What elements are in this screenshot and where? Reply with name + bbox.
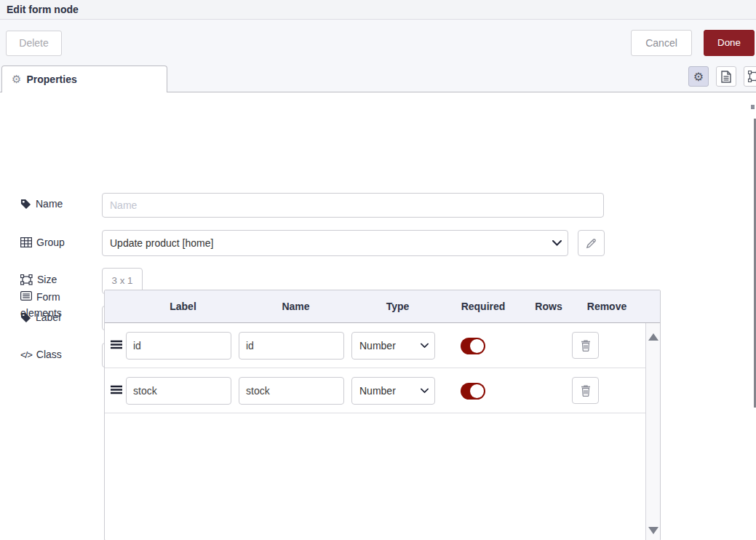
list-alt-icon bbox=[20, 291, 36, 301]
pencil-icon bbox=[586, 238, 597, 249]
remove-element-button[interactable] bbox=[572, 377, 599, 404]
drag-handle-icon[interactable] bbox=[111, 340, 122, 349]
element-type-select[interactable]: Number bbox=[351, 377, 435, 405]
group-field-label: Group bbox=[20, 237, 65, 248]
delete-button[interactable]: Delete bbox=[6, 31, 62, 56]
table-scrollbar[interactable] bbox=[645, 323, 660, 540]
dialog-title: Edit form node bbox=[0, 0, 756, 20]
scroll-up-icon[interactable] bbox=[648, 333, 658, 341]
properties-panel: Name Group Update product [home] Size 3 … bbox=[0, 92, 756, 540]
tab-bar: ⚙Properties ⚙ bbox=[0, 65, 756, 92]
appearance-icon bbox=[748, 71, 756, 82]
element-name-input[interactable] bbox=[239, 377, 344, 405]
done-button[interactable]: Done bbox=[704, 30, 755, 56]
scroll-down-icon[interactable] bbox=[648, 527, 658, 534]
column-header-required: Required bbox=[443, 301, 523, 312]
element-label-input[interactable] bbox=[126, 332, 231, 360]
properties-tab-icon-button[interactable]: ⚙ bbox=[688, 66, 709, 87]
form-elements-table: Label Name Type Required Rows Remove Num… bbox=[104, 290, 661, 540]
element-type-select[interactable]: Number bbox=[351, 332, 435, 360]
form-elements-table-body: Number Number bbox=[105, 323, 645, 540]
drag-handle-icon[interactable] bbox=[111, 385, 122, 394]
dialog-header: Edit form node Delete Cancel Done ⚙Prope… bbox=[0, 0, 756, 92]
form-elements-table-header: Label Name Type Required Rows Remove bbox=[105, 290, 660, 323]
form-elements-field-label: Form elements bbox=[20, 289, 96, 321]
appearance-tab-icon-button[interactable] bbox=[744, 66, 756, 87]
dialog-scrollbar-arrow[interactable] bbox=[751, 105, 755, 109]
gear-icon: ⚙ bbox=[12, 73, 21, 85]
name-field-label: Name bbox=[20, 198, 63, 210]
required-toggle[interactable] bbox=[461, 338, 485, 354]
column-header-name: Name bbox=[239, 301, 352, 312]
dialog-toolbar: Delete Cancel Done bbox=[0, 20, 756, 65]
table-row: Number bbox=[105, 323, 645, 368]
edit-group-button[interactable] bbox=[578, 230, 605, 256]
class-field-label: </> Class bbox=[20, 349, 62, 360]
column-header-label: Label bbox=[127, 301, 239, 312]
remove-element-button[interactable] bbox=[572, 332, 599, 359]
edit-form-node-dialog: Edit form node Delete Cancel Done ⚙Prope… bbox=[0, 0, 756, 540]
tag-icon bbox=[20, 199, 31, 210]
element-label-input[interactable] bbox=[126, 377, 231, 405]
table-row: Number bbox=[105, 368, 645, 413]
cancel-button[interactable]: Cancel bbox=[631, 30, 692, 56]
column-header-rows: Rows bbox=[523, 301, 574, 312]
column-header-type: Type bbox=[352, 301, 443, 312]
gear-icon: ⚙ bbox=[693, 70, 704, 84]
column-header-remove: Remove bbox=[574, 301, 640, 312]
trash-icon bbox=[581, 385, 591, 397]
code-icon: </> bbox=[20, 349, 32, 360]
group-select[interactable]: Update product [home] bbox=[102, 230, 568, 256]
table-icon bbox=[20, 237, 32, 247]
required-toggle[interactable] bbox=[461, 383, 485, 400]
document-icon bbox=[721, 71, 731, 83]
tab-properties-label: Properties bbox=[26, 74, 76, 85]
resize-bounds-icon bbox=[20, 274, 33, 285]
tab-properties[interactable]: ⚙Properties bbox=[1, 65, 167, 92]
trash-icon bbox=[581, 340, 591, 352]
size-field-label: Size bbox=[20, 274, 57, 285]
description-tab-icon-button[interactable] bbox=[716, 66, 736, 87]
name-input[interactable] bbox=[102, 193, 604, 218]
element-name-input[interactable] bbox=[239, 332, 344, 360]
